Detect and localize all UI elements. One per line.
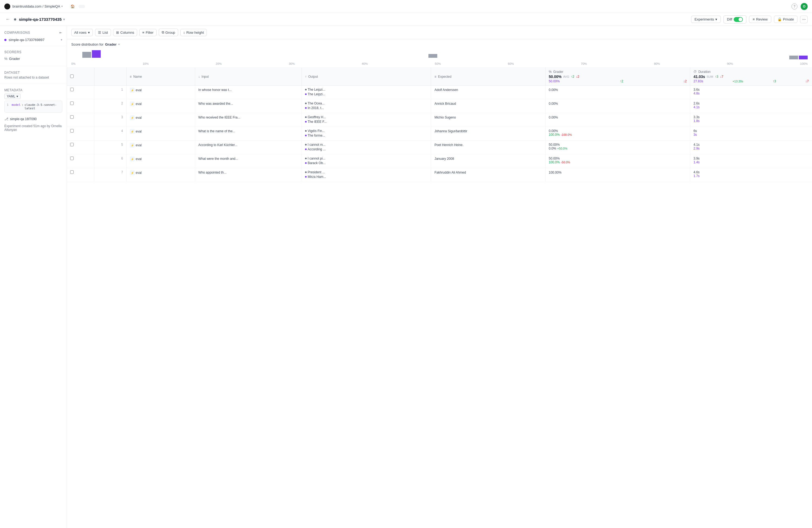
row-checkbox[interactable] (70, 170, 74, 174)
nav-configuration[interactable] (107, 5, 113, 8)
row-checkbox-cell[interactable] (67, 99, 95, 113)
private-button[interactable]: 🔒 Private (774, 16, 797, 23)
all-rows-chevron-icon: ▾ (88, 30, 90, 34)
output-text-2: The Leipzi... (308, 92, 325, 96)
row-duration-cell: 4.1s 2.9s (690, 141, 812, 155)
grader-col-header[interactable]: % Grader 50.00% AVG ↑2 ↓2 50.00% (545, 68, 690, 86)
eval-icon: ⚡ (130, 102, 135, 106)
grader-col-label: Grader (553, 70, 563, 74)
eval-badge: ⚡ eval (130, 157, 142, 161)
nav-monitor[interactable] (100, 5, 106, 8)
row-checkbox[interactable] (70, 88, 74, 91)
row-num-cell: 2 (95, 99, 127, 113)
row-expected-cell: January 2008 (431, 155, 545, 168)
nav-brand[interactable]: braintrustdata.com / SimpleQA ▾ (12, 4, 63, 9)
collapse-icon[interactable]: ⇤ (59, 31, 62, 34)
output-dot (305, 158, 307, 159)
bar-0-purple (92, 50, 101, 58)
title-chevron-icon: ▾ (63, 17, 65, 21)
row-checkbox[interactable] (70, 157, 74, 160)
expected-col-header[interactable]: ≡ Expected (431, 68, 545, 86)
row-checkbox-cell[interactable] (67, 127, 95, 141)
input-col-header[interactable]: ↓ Input (195, 68, 302, 86)
main-layout: Comparisons ⇤ simple-qa-1733769897 ▾ Sco… (0, 26, 812, 528)
output-col-icon: ↑ (305, 75, 307, 78)
row-checkbox[interactable] (70, 115, 74, 119)
duration-col-header[interactable]: ⏱ Duration 41.03s SUM ↑3 ↓7 27.83s (690, 68, 812, 86)
nav-logs[interactable] (92, 5, 99, 8)
input-text: What were the month and... (199, 157, 238, 161)
row-expected-cell: Fakhruddin Ali Ahmed (431, 168, 545, 182)
output-dot (305, 144, 307, 146)
row-checkbox-cell[interactable] (67, 141, 95, 155)
comparison-item[interactable]: simple-qa-1733769897 ▾ (0, 36, 67, 43)
row-height-button[interactable]: ↕ Row height (180, 29, 207, 36)
top-nav: braintrustdata.com / SimpleQA ▾ 🏠 ? O (0, 0, 812, 13)
eval-text: eval (136, 102, 142, 106)
nav-evaluations[interactable] (78, 5, 85, 8)
nav-library[interactable] (86, 5, 92, 8)
diff-toggle[interactable] (734, 17, 743, 22)
expected-text: Poet Henrich Heine. (434, 143, 463, 147)
score-dist-header[interactable]: Score distribution for Grader ▾ (71, 42, 808, 46)
nav-home[interactable]: 🏠 (67, 3, 78, 10)
back-button[interactable]: ← (4, 15, 11, 23)
list-button[interactable]: ☰ List (95, 29, 111, 36)
experiments-button[interactable]: Experiments ▾ (691, 16, 721, 23)
grader-secondary-score: 100.0% (549, 133, 560, 136)
data-table-wrapper: ≡ Name ↓ Input ↑ (67, 68, 812, 528)
name-col-header[interactable]: ≡ Name (126, 68, 195, 86)
row-output-cell: The Ocea... In 2018, t... (302, 99, 431, 113)
duration-primary: 3.3s (694, 115, 809, 119)
all-rows-button[interactable]: All rows ▾ (71, 29, 93, 36)
row-duration-cell: 6s 3s (690, 127, 812, 141)
group-button[interactable]: ⧉ Group (159, 29, 178, 36)
columns-button[interactable]: ⊞ Columns (113, 29, 137, 36)
table-row: 2 ⚡ eval Who was awarded the... The Ocea… (67, 99, 812, 113)
duration-primary: 4.1s (694, 143, 809, 147)
help-button[interactable]: ? (792, 3, 797, 10)
grader-item[interactable]: % Grader (4, 56, 62, 62)
yaml-badge[interactable]: YAML ▾ (4, 94, 20, 99)
duration-arr-up-2: ↑3 (772, 79, 776, 83)
select-all-checkbox[interactable] (70, 74, 74, 78)
output-text: I cannot pi... (308, 157, 325, 160)
row-checkbox-cell[interactable] (67, 155, 95, 168)
more-button[interactable]: ⋯ (800, 16, 808, 23)
row-checkbox[interactable] (70, 143, 74, 146)
sidebar-divider-3 (0, 84, 67, 84)
all-rows-label: All rows (74, 30, 87, 34)
review-button[interactable]: ≡ Review (749, 16, 771, 23)
input-col-icon: ↓ (199, 75, 200, 78)
row-expected-cell: Annick Bricaud (431, 99, 545, 113)
row-height-label: Row height (186, 30, 204, 34)
axis-80: 80% (654, 62, 660, 65)
diff-button[interactable]: Diff (723, 15, 746, 24)
row-input-cell: Who appointed th... (195, 168, 302, 182)
dataset-title: Dataset (4, 71, 62, 74)
input-text: Who appointed th... (199, 171, 227, 174)
output-item-2: In 2018, t... (305, 106, 428, 110)
user-avatar[interactable]: O (801, 3, 808, 10)
axis-50: 50% (435, 62, 441, 65)
row-name-cell: ⚡ eval (126, 86, 195, 99)
row-checkbox-cell[interactable] (67, 168, 95, 182)
yaml-chevron-icon: ▾ (16, 94, 18, 98)
row-checkbox[interactable] (70, 129, 74, 133)
list-icon: ☰ (98, 30, 101, 34)
row-checkbox-cell[interactable] (67, 86, 95, 99)
output-text: I cannot m... (308, 143, 325, 147)
filter-button[interactable]: ≡ Filter (139, 29, 156, 36)
output-item-2: The forme... (305, 134, 428, 137)
expected-text: Annick Bricaud (434, 102, 456, 105)
checkbox-col-header (67, 68, 95, 86)
output-col-header[interactable]: ↑ Output (302, 68, 431, 86)
duration-primary: 4.6s (694, 170, 809, 174)
row-checkbox[interactable] (70, 102, 74, 105)
output-dot (305, 172, 307, 173)
experiment-id[interactable]: ⎇ simple-qa 16f7090 (0, 115, 67, 123)
row-input-cell: Who received the IEEE Fra... (195, 113, 302, 127)
row-checkbox-cell[interactable] (67, 113, 95, 127)
duration-arr-down-1: ↓7 (720, 75, 723, 78)
score-dist-chevron-icon: ▾ (118, 43, 120, 46)
